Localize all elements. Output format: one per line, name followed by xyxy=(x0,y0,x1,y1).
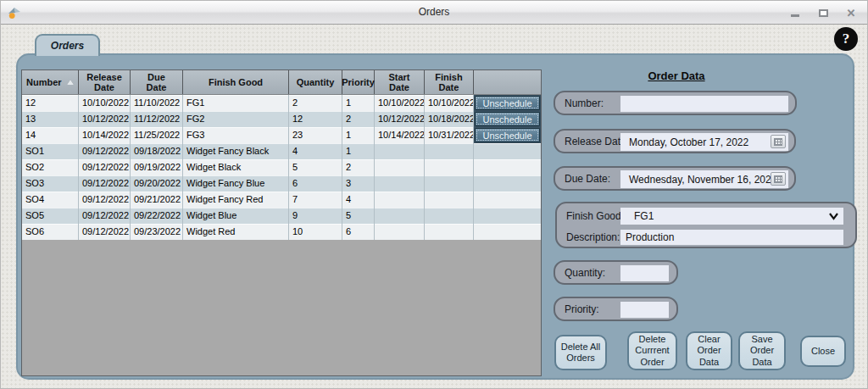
release-calendar-button[interactable] xyxy=(771,135,786,148)
table-row[interactable]: 1210/10/202211/10/2022FG12110/10/202210/… xyxy=(22,95,541,111)
column-header-label: Release Date xyxy=(86,72,122,92)
table-cell: 1 xyxy=(342,127,375,143)
table-cell: 2 xyxy=(342,159,375,175)
table-cell: 09/12/2022 xyxy=(79,143,131,159)
delete-all-orders-button[interactable]: Delete All Orders xyxy=(554,335,607,370)
clear-order-data-button[interactable]: Clear Order Data xyxy=(686,331,732,370)
due-calendar-button[interactable] xyxy=(771,172,786,186)
close-button[interactable]: ✕ xyxy=(845,7,857,19)
column-header[interactable]: Due Date xyxy=(131,70,183,94)
release-date-value: Monday, October 17, 2022 xyxy=(629,136,748,148)
table-cell: 2 xyxy=(342,111,375,127)
table-cell: 23 xyxy=(289,127,342,143)
due-date-label: Due Date: xyxy=(565,173,610,185)
column-header-label: Quantity xyxy=(297,77,335,87)
title-bar: Orders ✕ xyxy=(1,1,867,25)
table-cell xyxy=(375,143,425,159)
table-cell: 09/23/2022 xyxy=(131,224,183,240)
number-label: Number: xyxy=(565,97,604,109)
due-date-group: Due Date: Wednesday, November 16, 2022 xyxy=(554,166,796,191)
unschedule-button[interactable]: Unschedule xyxy=(475,128,540,142)
release-date-label: Release Date: xyxy=(565,136,629,147)
table-cell: 10/18/2022 xyxy=(425,111,474,127)
action-cell xyxy=(474,159,541,175)
action-cell xyxy=(474,208,541,224)
column-header[interactable]: Quantity xyxy=(289,70,342,94)
table-cell: 12 xyxy=(22,95,79,111)
column-header[interactable]: Start Date xyxy=(375,70,425,94)
save-order-data-button[interactable]: Save Order Data xyxy=(738,331,786,370)
column-header[interactable] xyxy=(474,70,541,94)
table-cell: 10/31/2022 xyxy=(425,127,474,143)
column-header[interactable]: Number xyxy=(22,70,79,94)
table-cell: 09/21/2022 xyxy=(131,192,183,208)
sort-ascending-icon xyxy=(67,80,74,85)
window-title: Orders xyxy=(1,6,867,18)
table-cell: FG3 xyxy=(183,127,289,143)
number-group: Number: xyxy=(554,91,797,115)
table-row[interactable]: SO309/12/202209/20/2022Widget Fancy Blue… xyxy=(22,175,541,192)
quantity-input[interactable] xyxy=(620,265,669,281)
finish-good-value: FG1 xyxy=(634,210,654,222)
table-cell: 09/18/2022 xyxy=(131,143,183,159)
table-cell: SO4 xyxy=(22,192,79,208)
priority-input[interactable] xyxy=(620,302,669,318)
column-header[interactable]: Finish Good xyxy=(183,70,289,94)
quantity-group: Quantity: xyxy=(554,260,678,285)
due-date-picker[interactable]: Wednesday, November 16, 2022 xyxy=(620,170,788,188)
priority-group: Priority: xyxy=(554,297,678,321)
table-cell xyxy=(425,143,474,159)
grid-empty-area xyxy=(22,240,541,375)
finish-good-group: Finish Good: FG1 Description: xyxy=(555,202,857,248)
table-row[interactable]: SO109/12/202209/18/2022Widget Fancy Blac… xyxy=(22,143,541,159)
column-header[interactable]: Finish Date xyxy=(425,70,474,94)
minimize-icon xyxy=(791,14,799,17)
action-cell: Unschedule xyxy=(474,127,541,143)
help-button[interactable]: ? xyxy=(834,27,858,51)
table-row[interactable]: 1410/14/202211/25/2022FG323110/14/202210… xyxy=(22,127,541,143)
table-cell: 10/12/2022 xyxy=(79,111,131,127)
table-row[interactable]: SO509/12/202209/22/2022Widget Blue95 xyxy=(22,208,541,224)
table-cell: 2 xyxy=(289,95,342,111)
description-input[interactable] xyxy=(620,230,843,245)
table-row[interactable]: SO209/12/202209/19/2022Widget Black52 xyxy=(22,159,541,175)
table-cell: 10/14/2022 xyxy=(375,127,425,143)
table-cell: Widget Red xyxy=(183,224,289,240)
table-cell: SO1 xyxy=(22,143,79,159)
release-date-picker[interactable]: Monday, October 17, 2022 xyxy=(620,133,788,151)
column-header[interactable]: Priority xyxy=(342,70,375,94)
table-cell: 3 xyxy=(342,175,375,192)
table-cell: 1 xyxy=(342,95,375,111)
table-cell: 11/10/2022 xyxy=(131,95,183,111)
close-icon: ✕ xyxy=(847,8,856,19)
table-cell: 12 xyxy=(289,111,342,127)
table-row[interactable]: 1310/12/202211/12/2022FG212210/12/202210… xyxy=(22,111,541,127)
close-order-button[interactable]: Close xyxy=(800,336,846,367)
unschedule-button[interactable]: Unschedule xyxy=(475,112,540,126)
table-row[interactable]: SO409/12/202209/21/2022Widget Fancy Red7… xyxy=(22,192,541,208)
grid-header: NumberRelease DateDue DateFinish GoodQua… xyxy=(22,70,541,95)
delete-current-order-button[interactable]: Delete Currrent Order xyxy=(627,331,677,370)
maximize-button[interactable] xyxy=(817,7,829,19)
due-date-value: Wednesday, November 16, 2022 xyxy=(629,174,776,186)
number-input[interactable] xyxy=(620,96,788,112)
table-cell xyxy=(375,159,425,175)
table-row[interactable]: SO609/12/202209/23/2022Widget Red106 xyxy=(22,224,541,240)
table-cell: 09/12/2022 xyxy=(79,159,131,175)
table-cell: 10/10/2022 xyxy=(425,95,474,111)
tab-orders[interactable]: Orders xyxy=(35,34,100,56)
minimize-button[interactable] xyxy=(789,7,801,19)
column-header[interactable]: Release Date xyxy=(79,70,131,94)
table-cell: SO6 xyxy=(22,224,79,240)
column-header-label: Due Date xyxy=(147,72,167,92)
table-cell: 09/19/2022 xyxy=(131,159,183,175)
table-cell: Widget Fancy Blue xyxy=(183,175,289,192)
table-cell: 9 xyxy=(289,208,342,224)
finish-good-select[interactable]: FG1 xyxy=(620,208,843,225)
action-cell xyxy=(474,143,541,159)
action-cell xyxy=(474,192,541,208)
unschedule-button[interactable]: Unschedule xyxy=(475,96,540,110)
table-cell xyxy=(375,175,425,192)
action-cell xyxy=(474,175,541,192)
finish-good-label: Finish Good: xyxy=(566,210,624,222)
